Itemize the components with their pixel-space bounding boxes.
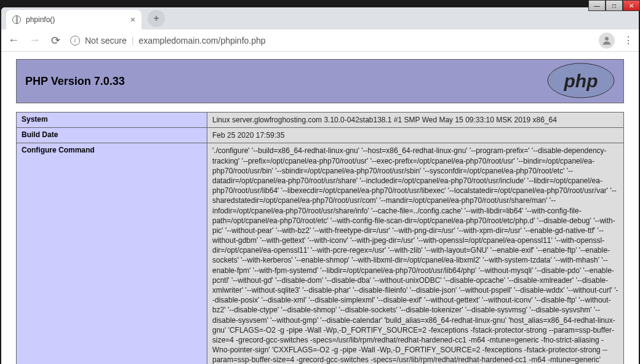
php-header: PHP Version 7.0.33 php xyxy=(16,59,624,103)
php-version-title: PHP Version 7.0.33 xyxy=(25,75,125,88)
window-controls: — □ ✕ xyxy=(588,0,640,11)
tab-close-icon[interactable]: × xyxy=(130,15,135,25)
svg-point-0 xyxy=(605,37,609,41)
svg-text:php: php xyxy=(564,71,598,91)
page-content: PHP Version 7.0.33 php SystemLinux serve… xyxy=(1,52,639,364)
browser-tab[interactable]: phpinfo() × xyxy=(6,10,142,30)
url-field[interactable]: i Not secure | exampledomain.com/phpinfo… xyxy=(70,36,590,46)
reload-button[interactable]: ⟳ xyxy=(49,34,62,47)
row-key: Build Date xyxy=(17,128,207,143)
table-row: Build DateFeb 25 2020 17:59:35 xyxy=(17,128,624,143)
globe-icon xyxy=(12,15,21,24)
new-tab-button[interactable]: + xyxy=(148,10,165,27)
row-value: './configure' '--build=x86_64-redhat-lin… xyxy=(207,143,624,364)
menu-icon[interactable]: ⋮ xyxy=(623,34,633,46)
info-icon[interactable]: i xyxy=(70,36,80,46)
php-logo-icon: php xyxy=(547,63,615,100)
row-value: Linux server.glowfroghosting.com 3.10.0-… xyxy=(207,113,624,128)
profile-icon[interactable] xyxy=(599,33,615,49)
tab-title: phpinfo() xyxy=(26,15,55,24)
separator: | xyxy=(132,36,134,46)
page-viewport[interactable]: PHP Version 7.0.33 php SystemLinux serve… xyxy=(1,52,639,364)
address-bar: ← → ⟳ i Not secure | exampledomain.com/p… xyxy=(1,30,639,52)
table-row: SystemLinux server.glowfroghosting.com 3… xyxy=(17,113,624,128)
row-key: System xyxy=(17,113,207,128)
table-row: Configure Command'./configure' '--build=… xyxy=(17,143,624,364)
tab-bar: phpinfo() × + xyxy=(1,7,639,30)
row-value: Feb 25 2020 17:59:35 xyxy=(207,128,624,143)
close-window-button[interactable]: ✕ xyxy=(623,0,640,11)
row-key: Configure Command xyxy=(17,143,207,364)
minimize-button[interactable]: — xyxy=(588,0,606,11)
not-secure-label: Not secure xyxy=(85,36,127,46)
back-button[interactable]: ← xyxy=(7,34,20,47)
phpinfo-table: SystemLinux server.glowfroghosting.com 3… xyxy=(16,112,624,364)
browser-window: phpinfo() × + ← → ⟳ i Not secure | examp… xyxy=(1,7,639,364)
forward-button[interactable]: → xyxy=(28,34,41,47)
maximize-button[interactable]: □ xyxy=(606,0,623,11)
url-text: exampledomain.com/phpinfo.php xyxy=(138,36,265,46)
